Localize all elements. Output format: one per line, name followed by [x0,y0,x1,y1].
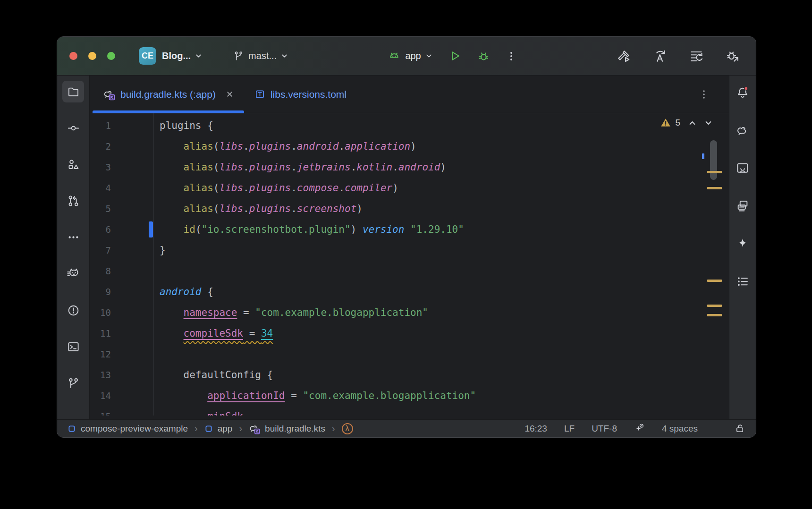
code-line[interactable]: alias(libs.plugins.android.application) [160,136,729,157]
tab-libs-versions-toml[interactable]: libs.versions.toml [244,76,357,113]
code-line[interactable]: compileSdk = 34 [160,323,729,344]
minimize-window-button[interactable] [88,52,96,60]
code-token [160,141,184,152]
code-line[interactable]: alias(libs.plugins.jetbrains.kotlin.andr… [160,157,729,178]
indent-setting[interactable]: 4 spaces [662,424,698,434]
build-hammer-icon[interactable] [617,49,631,63]
line-number[interactable]: 13 [90,365,153,385]
prev-warning-chevron-up-icon[interactable] [688,119,696,127]
sync-lines-icon[interactable] [689,49,703,63]
ai-sparkle-disabled-icon[interactable] [634,423,645,434]
breadcrumb-project[interactable]: compose-preview-example [68,424,188,434]
sidebar-item-gradle[interactable] [732,120,753,141]
code-line[interactable]: android { [160,281,729,302]
sidebar-item-structure-list[interactable] [732,271,753,292]
line-number[interactable]: 14 [90,385,153,406]
code-token [160,390,207,401]
code-line[interactable]: id("io.screenshotbot.plugin") version "1… [160,219,729,240]
line-number[interactable]: 8 [90,261,153,281]
code-line[interactable]: } [160,240,729,261]
line-number[interactable]: 2 [90,136,153,157]
breadcrumb-separator: › [194,423,199,434]
sidebar-item-pull-requests[interactable] [62,190,84,212]
line-number[interactable]: 12 [90,344,153,365]
warning-stripe-mark[interactable] [707,171,722,173]
run-button[interactable] [448,50,461,62]
title-right-toolbar [617,49,740,63]
lambda-element-icon[interactable]: λ [342,423,353,434]
breadcrumb-module[interactable]: app [204,424,233,434]
sidebar-item-notifications[interactable] [732,82,753,103]
line-number[interactable]: 9 [90,281,153,302]
tab-options-button[interactable] [699,76,709,113]
tab-build-gradle-kts[interactable]: build.gradle.kts (:app) [93,76,244,113]
line-number[interactable]: 7 [90,240,153,261]
sidebar-item-project[interactable] [62,81,84,102]
sidebar-item-commit[interactable] [62,117,84,139]
code-area[interactable]: plugins { alias(libs.plugins.android.app… [154,113,729,416]
project-name: Blog... [162,51,191,61]
sidebar-item-terminal[interactable] [62,336,84,357]
debug-button[interactable] [477,50,490,62]
more-actions-button[interactable] [506,50,516,62]
warning-stripe-mark[interactable] [707,280,722,282]
unlocked-padlock-icon[interactable] [735,423,745,434]
close-tab-icon[interactable] [226,90,234,98]
sidebar-item-problems[interactable] [62,299,84,321]
sidebar-item-gemini[interactable] [732,233,753,254]
sidebar-item-structure[interactable] [62,153,84,175]
code-line[interactable]: defaultConfig { [160,365,729,385]
sidebar-item-logcat[interactable] [62,263,84,285]
restart-letter-a-icon[interactable] [653,49,667,63]
structure-shapes-icon [67,158,80,171]
sidebar-item-more[interactable] [62,226,84,248]
next-warning-chevron-down-icon[interactable] [704,119,712,127]
code-token: ) [356,203,363,214]
sidebar-item-running-devices[interactable] [732,158,753,178]
running-devices-icon [736,161,749,175]
attach-debugger-icon[interactable] [726,49,740,63]
code-line[interactable]: minSdk [160,406,729,416]
code-line[interactable]: namespace = "com.example.blogapplication… [160,302,729,323]
code-line[interactable]: plugins { [160,115,729,136]
warning-stripe-mark[interactable] [707,314,722,316]
scrollbar-thumb[interactable] [710,140,717,180]
line-number[interactable]: 15 [90,406,153,416]
warning-stripe-mark[interactable] [707,305,722,307]
sidebar-item-device-manager[interactable] [732,195,753,216]
workspace: build.gradle.kts (:app) libs.versions.to… [57,76,756,419]
branch-widget[interactable]: mast... [233,51,288,61]
line-number[interactable]: 5 [90,198,153,219]
warning-stripe-mark[interactable] [707,187,722,189]
breadcrumb-file[interactable]: build.gradle.kts [249,423,325,434]
code-line[interactable]: applicationId = "com.example.blogapplica… [160,385,729,406]
code-line[interactable]: alias(libs.plugins.compose.compiler) [160,178,729,198]
code-token: ( [213,203,220,214]
code-token: compiler [345,182,392,194]
line-number[interactable]: 6 [90,219,153,240]
zoom-window-button[interactable] [107,52,115,60]
code-line[interactable] [160,261,729,281]
file-encoding[interactable]: UTF-8 [592,424,617,434]
code-token: . [338,182,345,194]
line-number[interactable]: 4 [90,178,153,198]
project-widget[interactable]: Blog... [162,51,202,61]
code-line[interactable] [160,344,729,365]
code-token: . [392,161,398,173]
code-token: . [243,161,249,173]
run-configuration-select[interactable]: app [405,51,432,61]
line-number[interactable]: 1 [90,115,153,136]
close-window-button[interactable] [69,52,77,60]
code-token: "com.example.blogapplication" [303,390,476,401]
line-number[interactable]: 11 [90,323,153,344]
line-number[interactable]: 10 [90,302,153,323]
line-separator[interactable]: LF [564,424,575,434]
notifications-bell-icon [736,86,749,99]
sidebar-item-version-control[interactable] [62,372,84,394]
cursor-position[interactable]: 16:23 [524,424,547,434]
code-line[interactable]: alias(libs.plugins.screenshot) [160,198,729,219]
line-number[interactable]: 3 [90,157,153,178]
inspection-widget[interactable]: 5 [660,117,712,128]
code-editor[interactable]: 123456789101112131415 plugins { alias(li… [90,113,729,416]
logcat-cat-icon [67,267,80,280]
